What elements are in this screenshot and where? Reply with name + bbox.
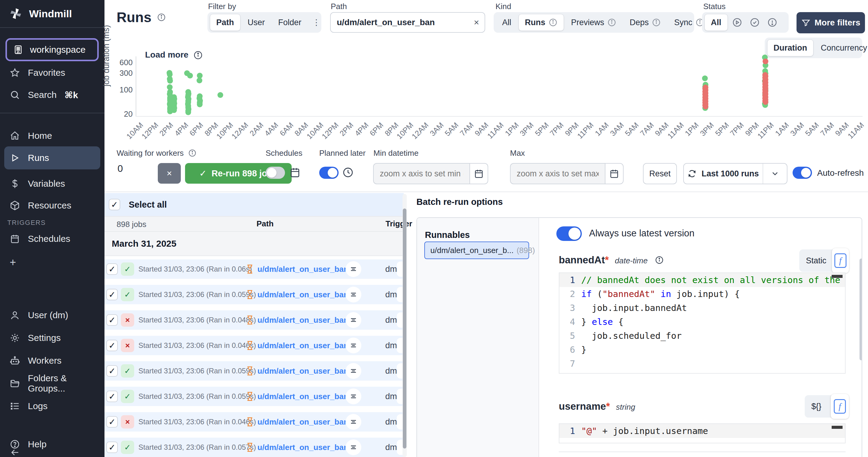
add-trigger-button[interactable]: + bbox=[0, 254, 104, 271]
sidebar-item-folders[interactable]: Folders & Groups... bbox=[0, 375, 104, 392]
row-menu-button[interactable] bbox=[346, 338, 361, 353]
scatter-point-success[interactable] bbox=[702, 76, 708, 81]
run-path-link[interactable]: u/dm/alert_on_user_ban bbox=[257, 290, 349, 299]
template-mode-option[interactable]: ${} bbox=[811, 402, 822, 411]
table-row[interactable]: ✓×Started 31/03, 23:06 (Ran in 0.046s)u/… bbox=[104, 412, 404, 432]
run-path-link[interactable]: u/dm/alert_on_user_ban bbox=[257, 417, 349, 427]
filter-user-tab[interactable]: User bbox=[242, 14, 271, 31]
sidebar-item-runs[interactable]: Runs bbox=[4, 146, 100, 169]
table-row[interactable]: ✓✓Started 31/03, 23:06 (Ran in 0.06s)u/d… bbox=[104, 259, 404, 279]
table-row[interactable]: ✓×Started 31/03, 23:06 (Ran in 0.046s)u/… bbox=[104, 336, 404, 355]
duration-tab[interactable]: Duration bbox=[767, 39, 813, 56]
row-checkbox[interactable]: ✓ bbox=[106, 263, 118, 275]
max-datetime-calendar-button[interactable] bbox=[605, 163, 624, 184]
list-scrollbar[interactable] bbox=[403, 194, 407, 457]
app-logo[interactable]: Windmill bbox=[0, 0, 104, 28]
workspace-switcher[interactable]: workingspace bbox=[5, 38, 99, 61]
status-success-tab[interactable] bbox=[747, 14, 763, 31]
load-more-button[interactable]: Load more bbox=[145, 50, 202, 60]
sidebar-item-favorites[interactable]: Favorites bbox=[0, 64, 104, 81]
run-path-link[interactable]: u/dm/alert_on_user_ban bbox=[257, 443, 349, 452]
clear-path-icon[interactable]: × bbox=[474, 17, 479, 28]
filter-more-options-button[interactable]: ⋮ bbox=[309, 14, 324, 31]
scatter-point-success[interactable] bbox=[171, 107, 177, 113]
scatter-point-success[interactable] bbox=[196, 78, 202, 83]
row-menu-button[interactable] bbox=[346, 363, 361, 379]
panel-scrollbar-thumb[interactable] bbox=[860, 258, 862, 360]
more-filters-button[interactable]: More filters bbox=[797, 12, 865, 33]
javascript-mode-option[interactable]: f bbox=[831, 394, 849, 419]
table-row[interactable]: ✓×Started 31/03, 23:06 (Ran in 0.048s)u/… bbox=[104, 310, 404, 330]
auto-refresh-toggle[interactable] bbox=[793, 167, 812, 179]
table-row[interactable]: ✓✓Started 31/03, 23:06 (Ran in 0.059s)u/… bbox=[104, 361, 404, 381]
status-failure-tab[interactable] bbox=[764, 14, 780, 31]
sidebar-item-schedules[interactable]: Schedules bbox=[0, 230, 104, 247]
kind-all-tab[interactable]: All bbox=[496, 14, 517, 31]
status-all-tab[interactable]: All bbox=[705, 14, 728, 31]
select-all-checkbox[interactable]: ✓ bbox=[109, 199, 120, 210]
sidebar-item-resources[interactable]: Resources bbox=[0, 197, 104, 214]
reset-button[interactable]: Reset bbox=[643, 163, 677, 184]
kind-runs-tab[interactable]: Runs bbox=[519, 14, 564, 31]
max-datetime-input[interactable] bbox=[516, 169, 599, 179]
scatter-point-success[interactable] bbox=[185, 109, 191, 115]
select-all-bar: ✓ Select all bbox=[104, 193, 404, 216]
row-menu-button[interactable] bbox=[346, 414, 361, 430]
row-checkbox[interactable]: ✓ bbox=[106, 441, 118, 453]
planned-later-toggle[interactable] bbox=[319, 167, 339, 179]
min-datetime-calendar-button[interactable] bbox=[469, 163, 488, 184]
row-checkbox[interactable]: ✓ bbox=[106, 289, 118, 300]
row-checkbox[interactable]: ✓ bbox=[106, 416, 118, 428]
scatter-point-failure[interactable] bbox=[763, 58, 768, 64]
javascript-mode-option[interactable]: f bbox=[832, 248, 849, 273]
collapse-sidebar-button[interactable] bbox=[0, 448, 104, 457]
run-path-link[interactable]: u/dm/alert_on_user_ban bbox=[257, 341, 349, 350]
row-menu-button[interactable] bbox=[346, 261, 361, 277]
run-path-link[interactable]: u/dm/alert_on_user_ban bbox=[257, 366, 349, 376]
sidebar-item-user[interactable]: User (dm) bbox=[0, 307, 104, 324]
run-path-link[interactable]: u/dm/alert_on_user_ban bbox=[257, 315, 349, 325]
row-menu-button[interactable] bbox=[346, 439, 361, 455]
cancel-selection-button[interactable]: × bbox=[158, 163, 181, 184]
table-row[interactable]: ✓✓Started 31/03, 23:06 (Ran in 0.057s)u/… bbox=[104, 437, 404, 457]
sidebar-item-search[interactable]: Search ⌘k bbox=[0, 86, 104, 103]
row-menu-button[interactable] bbox=[346, 287, 361, 303]
run-path-link[interactable]: u/dm/alert_on_user_ban bbox=[257, 264, 349, 274]
filter-path-tab[interactable]: Path bbox=[210, 14, 241, 31]
row-menu-button[interactable] bbox=[346, 389, 361, 404]
run-path-link[interactable]: u/dm/alert_on_user_ban bbox=[257, 392, 349, 401]
bannedat-code-editor[interactable]: 1// bannedAt does not exist on all versi… bbox=[559, 273, 845, 374]
scatter-point-success[interactable] bbox=[187, 73, 193, 79]
last-runs-dropdown-button[interactable] bbox=[763, 164, 787, 184]
username-code-editor[interactable]: 1"@" + job.input.username bbox=[559, 423, 845, 444]
sidebar-item-settings[interactable]: Settings bbox=[0, 330, 104, 346]
kind-deps-tab[interactable]: Deps bbox=[624, 14, 667, 31]
scatter-point-failure[interactable] bbox=[763, 99, 768, 105]
list-scrollbar-thumb[interactable] bbox=[403, 208, 406, 449]
sidebar-item-logs[interactable]: Logs bbox=[0, 398, 104, 415]
latest-version-toggle[interactable] bbox=[556, 226, 582, 241]
path-input[interactable] bbox=[336, 17, 474, 28]
filter-folder-tab[interactable]: Folder bbox=[272, 14, 308, 31]
row-checkbox[interactable]: ✓ bbox=[106, 391, 118, 402]
sidebar-item-variables[interactable]: Variables bbox=[0, 175, 104, 192]
row-menu-button[interactable] bbox=[346, 312, 361, 328]
static-mode-option[interactable]: Static bbox=[806, 256, 827, 265]
scatter-point-success[interactable] bbox=[197, 102, 203, 107]
concurrency-tab[interactable]: Concurrency bbox=[815, 40, 868, 56]
schedules-toggle[interactable] bbox=[266, 167, 285, 179]
table-row[interactable]: ✓✓Started 31/03, 23:06 (Ran in 0.059s)u/… bbox=[104, 285, 404, 304]
row-checkbox[interactable]: ✓ bbox=[106, 365, 118, 377]
scatter-point-success[interactable] bbox=[217, 92, 223, 98]
status-running-tab[interactable] bbox=[729, 14, 745, 31]
last-runs-button[interactable]: Last 1000 runs bbox=[684, 169, 763, 178]
row-checkbox[interactable]: ✓ bbox=[106, 314, 118, 326]
sidebar-item-workers[interactable]: Workers bbox=[0, 352, 104, 369]
row-checkbox[interactable]: ✓ bbox=[106, 340, 118, 351]
scatter-point-success[interactable] bbox=[167, 78, 173, 84]
sidebar-item-home[interactable]: Home bbox=[0, 127, 104, 144]
runnable-item[interactable]: u/dm/alert_on_user_b... (898) bbox=[424, 241, 529, 259]
kind-previews-tab[interactable]: Previews bbox=[565, 14, 623, 31]
min-datetime-input[interactable] bbox=[379, 169, 464, 179]
table-row[interactable]: ✓✓Started 31/03, 23:06 (Ran in 0.059s)u/… bbox=[104, 387, 404, 406]
